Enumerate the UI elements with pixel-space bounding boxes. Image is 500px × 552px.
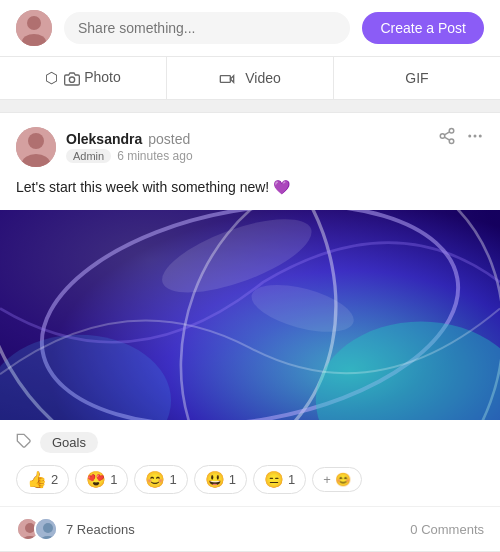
reactions-row: 👍 2 😍 1 😊 1 😃 1 😑 1 + 😊 [0, 465, 500, 506]
post-footer: 7 Reactions 0 Comments [0, 506, 500, 551]
footer-left: 7 Reactions [16, 517, 135, 541]
heart-eyes-count: 1 [110, 472, 117, 487]
top-bar-avatar [16, 10, 52, 46]
share-icon[interactable] [438, 127, 456, 148]
post-avatar [16, 127, 56, 167]
post-header: Oleksandra posted Admin 6 minutes ago [0, 113, 500, 177]
svg-point-1 [27, 16, 41, 30]
video-icon [219, 69, 239, 86]
neutral-emoji: 😑 [264, 470, 284, 489]
tab-video[interactable]: Video [167, 57, 334, 99]
smile-emoji: 😊 [145, 470, 165, 489]
thumbsup-emoji: 👍 [27, 470, 47, 489]
svg-point-9 [449, 129, 454, 134]
post-card: Oleksandra posted Admin 6 minutes ago [0, 112, 500, 552]
tag-icon [16, 433, 32, 453]
author-name: Oleksandra [66, 131, 142, 147]
reactions-count: 7 Reactions [66, 522, 135, 537]
post-author-section: Oleksandra posted Admin 6 minutes ago [16, 127, 193, 167]
add-reaction-button[interactable]: + 😊 [312, 467, 362, 492]
media-tabs: ⬡ Photo Video GIF [0, 57, 500, 100]
post-image [0, 210, 500, 420]
svg-line-13 [444, 132, 449, 135]
author-meta: Admin 6 minutes ago [66, 149, 193, 163]
svg-rect-4 [221, 75, 231, 82]
share-input[interactable] [64, 12, 350, 44]
post-author-line: Oleksandra posted [66, 131, 193, 147]
neutral-count: 1 [288, 472, 295, 487]
post-tags: Goals [0, 420, 500, 465]
grin-count: 1 [229, 472, 236, 487]
admin-badge: Admin [66, 149, 111, 163]
tab-photo[interactable]: ⬡ Photo [0, 57, 167, 99]
svg-point-10 [440, 134, 445, 139]
reaction-heart-eyes[interactable]: 😍 1 [75, 465, 128, 494]
svg-point-15 [474, 135, 477, 138]
tab-photo-label: Photo [64, 69, 121, 86]
create-post-button[interactable]: Create a Post [362, 12, 484, 44]
heart-eyes-emoji: 😍 [86, 470, 106, 489]
top-bar: Create a Post [0, 0, 500, 57]
tab-gif-label: GIF [405, 70, 428, 86]
thumbsup-count: 2 [51, 472, 58, 487]
add-reaction-emoji: 😊 [335, 472, 351, 487]
tab-video-label: Video [245, 70, 281, 86]
grin-emoji: 😃 [205, 470, 225, 489]
post-text: Let's start this week with something new… [16, 179, 290, 195]
tag-chip[interactable]: Goals [40, 432, 98, 453]
comments-count[interactable]: 0 Comments [410, 522, 484, 537]
reaction-grin[interactable]: 😃 1 [194, 465, 247, 494]
svg-point-31 [43, 523, 53, 533]
smile-count: 1 [169, 472, 176, 487]
reaction-thumbsup[interactable]: 👍 2 [16, 465, 69, 494]
post-actions[interactable] [438, 127, 484, 148]
svg-point-11 [449, 139, 454, 144]
svg-point-16 [479, 135, 482, 138]
add-reaction-label: + [323, 472, 331, 487]
post-author-info: Oleksandra posted Admin 6 minutes ago [66, 131, 193, 163]
camera-icon: ⬡ [45, 69, 58, 87]
post-body: Let's start this week with something new… [0, 177, 500, 210]
reaction-neutral[interactable]: 😑 1 [253, 465, 306, 494]
svg-point-14 [468, 135, 471, 138]
reaction-smile[interactable]: 😊 1 [134, 465, 187, 494]
footer-avatar-2 [34, 517, 58, 541]
more-icon[interactable] [466, 127, 484, 148]
posted-label: posted [148, 131, 190, 147]
svg-line-12 [444, 137, 449, 140]
svg-point-7 [28, 133, 44, 149]
footer-avatars [16, 517, 58, 541]
tab-gif[interactable]: GIF [334, 57, 500, 99]
svg-point-3 [70, 77, 75, 82]
post-time: 6 minutes ago [117, 149, 192, 163]
